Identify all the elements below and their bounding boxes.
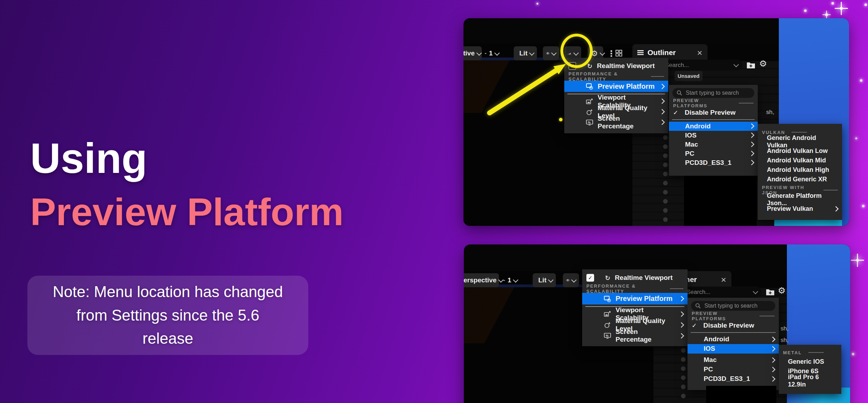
menu-label: PC: [704, 365, 713, 373]
menu-item-metal-generic-ios[interactable]: Generic IOS: [779, 357, 841, 367]
chevron-right-icon: [770, 357, 776, 363]
show-flags-dropdown[interactable]: [563, 273, 579, 287]
preview-platform-submenu: PREVIEW PLATFORMS ✓ Disable Preview Andr…: [688, 298, 779, 390]
check-icon: ✓: [673, 109, 680, 116]
viewport-ridge: [464, 287, 580, 343]
platform-search-input[interactable]: [704, 302, 771, 309]
menu-item-realtime-viewport[interactable]: ✓ ↻ Realtime Viewport: [582, 271, 688, 284]
menu-item-vulkan-xr[interactable]: Android Generic XR: [758, 175, 842, 184]
chevron-right-icon: [749, 142, 755, 147]
checkbox-checked[interactable]: ✓: [586, 274, 594, 282]
menu-section: PREVIEW PLATFORMS: [688, 311, 779, 321]
menu-label: PCD3D_ES3_1: [704, 375, 750, 383]
menu-label: iPad Pro 6 12.9in: [788, 374, 837, 388]
menu-item-platform-ios[interactable]: IOS: [688, 344, 779, 354]
tab-outliner-label: Outliner: [647, 48, 676, 57]
lit-mode-dropdown[interactable]: Lit: [514, 46, 537, 60]
preview-thumbnail-box: [684, 176, 757, 226]
platform-search-input[interactable]: [685, 89, 750, 96]
add-folder-icon[interactable]: [747, 61, 755, 69]
menu-item-vulkan-high[interactable]: Android Vulkan High: [758, 165, 842, 175]
outliner-truncated-row: sh,: [781, 325, 789, 332]
menu-label: Realtime Viewport: [597, 62, 655, 70]
eye-icon: [546, 51, 550, 56]
menu-item-vulkan-generic[interactable]: Generic Android Vulkan: [758, 137, 842, 146]
menu-item-metal-ipad-pro[interactable]: iPad Pro 6 12.9in: [779, 376, 841, 385]
menu-item-platform-mac[interactable]: Mac: [669, 140, 758, 149]
show-flags-dropdown[interactable]: [543, 46, 559, 60]
chevron-down-icon: [599, 50, 605, 56]
preview-platform-icon: [604, 295, 611, 302]
preview-platform-icon: [586, 83, 593, 90]
menu-item-platform-android[interactable]: Android: [669, 122, 758, 131]
menu-item-disable-preview[interactable]: ✓ Disable Preview: [688, 321, 779, 330]
kebab-menu-icon[interactable]: ⋮: [607, 49, 616, 59]
menu-item-platform-mac[interactable]: Mac: [688, 355, 779, 365]
menu-divider: [672, 119, 755, 120]
menu-label: Android Vulkan Mid: [767, 157, 826, 164]
vulkan-submenu: VULKAN Generic Android Vulkan Android Vu…: [758, 124, 842, 220]
platform-search[interactable]: [672, 88, 754, 98]
menu-label: PC: [685, 150, 694, 157]
gear-icon[interactable]: ⚙: [778, 286, 785, 296]
section-label: METAL: [783, 350, 802, 355]
menu-item-platform-pc[interactable]: PC: [688, 365, 779, 374]
outliner-list-icon: [637, 50, 644, 55]
lit-label: Lit: [538, 276, 546, 284]
chevron-right-icon: [679, 296, 684, 302]
menu-item-vulkan-mid[interactable]: Android Vulkan Mid: [758, 156, 842, 165]
perspective-dropdown[interactable]: erspective: [464, 273, 499, 287]
add-folder-icon[interactable]: [766, 288, 775, 296]
chevron-down-icon: [571, 277, 577, 283]
material-quality-icon: [604, 322, 611, 328]
perspective-label: tive: [463, 49, 475, 57]
close-icon[interactable]: ×: [721, 275, 726, 284]
menu-item-screen-percentage[interactable]: % Screen Percentage: [582, 330, 688, 341]
lit-mode-dropdown[interactable]: Lit: [533, 273, 556, 287]
menu-item-disable-preview[interactable]: ✓ Disable Preview: [669, 108, 758, 117]
outliner-search[interactable]: [660, 60, 742, 70]
menu-item-screen-percentage[interactable]: % Screen Percentage: [564, 117, 668, 128]
search-icon: [695, 303, 701, 309]
outliner-search-input[interactable]: [686, 288, 751, 296]
perspective-dropdown[interactable]: tive: [463, 46, 482, 60]
preview-thumbnail-box: [706, 386, 776, 403]
menu-item-platform-pcd3d[interactable]: PCD3D_ES3_1: [669, 158, 758, 167]
camera-speed-dropdown[interactable]: 1: [500, 273, 521, 287]
slide-background: Using Preview Platform Note: Menu locati…: [0, 0, 868, 403]
camera-speed-dropdown[interactable]: 1: [482, 46, 502, 60]
menu-item-preview-platform[interactable]: Preview Platform: [564, 81, 668, 92]
realtime-icon: ↻: [587, 62, 592, 70]
chevron-right-icon: [770, 346, 776, 351]
outliner-search-input[interactable]: [664, 61, 731, 69]
menu-item-platform-pc[interactable]: PC: [669, 149, 758, 158]
chevron-right-icon: [770, 376, 776, 382]
menu-label: IOS: [704, 345, 715, 352]
unsaved-badge[interactable]: Unsaved: [675, 71, 703, 81]
menu-label: IOS: [685, 132, 697, 139]
outliner-search[interactable]: [682, 287, 762, 297]
layout-grid-icon[interactable]: [616, 50, 622, 56]
menu-label: Android Generic XR: [767, 176, 827, 183]
gear-icon[interactable]: ⚙: [759, 59, 767, 69]
preview-platform-submenu: PREVIEW PLATFORMS ✓ Disable Preview Andr…: [669, 85, 758, 176]
menu-label: Android Vulkan Low: [767, 147, 828, 155]
close-icon[interactable]: ×: [697, 48, 703, 57]
menu-item-platform-pcd3d[interactable]: PCD3D_ES3_1: [688, 374, 779, 384]
note-callout: Note: Menu location has changed from Set…: [27, 276, 308, 355]
annotation-arrow: [485, 60, 572, 119]
menu-item-preview-platform[interactable]: Preview Platform: [582, 293, 688, 304]
chevron-right-icon: [749, 123, 755, 129]
sparkle: [864, 4, 867, 6]
platform-search[interactable]: [691, 301, 775, 311]
menu-item-generate-json[interactable]: Generate Platform Json...: [758, 195, 842, 204]
chevron-right-icon: [659, 99, 665, 104]
chevron-right-icon: [679, 333, 684, 338]
editor-screenshot-top: sh, tive 1 Lit: [463, 18, 849, 226]
outliner-visibility-column: [662, 134, 669, 226]
editor-screenshot-bottom: sh, sh, erspective 1 Lit: [464, 244, 850, 403]
menu-label: Mac: [704, 356, 717, 364]
menu-item-platform-android[interactable]: Android: [688, 335, 779, 344]
chevron-right-icon: [749, 133, 755, 138]
menu-item-platform-ios[interactable]: IOS: [669, 131, 758, 140]
